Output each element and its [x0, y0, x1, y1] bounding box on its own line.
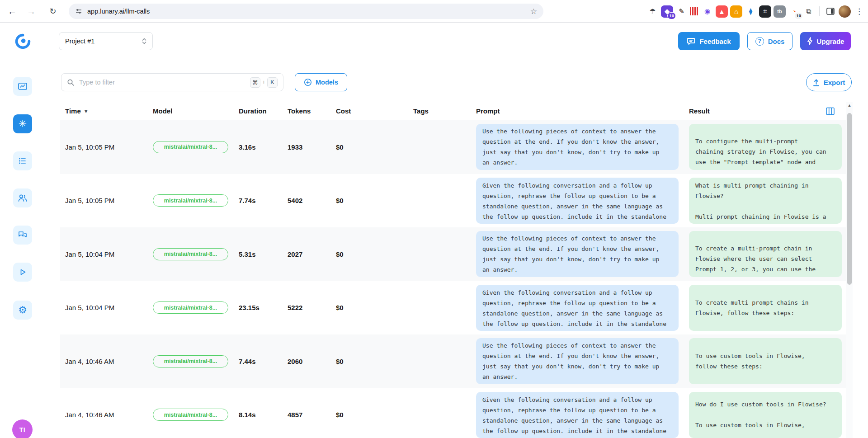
row-tokens: 5402 — [288, 197, 336, 204]
table-row[interactable]: Jan 5, 10:05 PM mistralai/mixtral-8... 7… — [60, 174, 853, 228]
reload-icon[interactable]: ↻ — [45, 4, 61, 19]
browser-toolbar: ← → ↻ app.lunary.ai/llm-calls ☆ ⋮ ☂◆10✎◉… — [0, 0, 868, 23]
models-filter-button[interactable]: Models — [295, 73, 347, 91]
column-header-cost[interactable]: Cost — [336, 107, 413, 115]
table-row[interactable]: Jan 5, 10:04 PM mistralai/mixtral-8... 5… — [60, 227, 853, 281]
pin-extension-icon[interactable]: ⧫ — [745, 5, 757, 18]
row-duration: 7.74s — [239, 197, 288, 204]
site-info-icon[interactable] — [75, 8, 82, 15]
cmd-key: ⌘ — [250, 77, 260, 88]
llm-icon: ✳ — [19, 119, 27, 129]
model-badge[interactable]: mistralai/mixtral-8... — [153, 355, 228, 367]
stack-extension-icon-badge: 10 — [668, 13, 675, 19]
address-bar[interactable]: app.lunary.ai/llm-calls ☆ — [69, 4, 543, 19]
table-body: Jan 5, 10:05 PM mistralai/mixtral-8... 3… — [60, 120, 853, 438]
table-row[interactable]: Jan 4, 10:46 AM mistralai/mixtral-8... 8… — [60, 388, 853, 438]
sort-chevron-icon: ▼ — [84, 108, 89, 114]
row-duration: 8.14s — [239, 411, 288, 419]
tb-extension-icon[interactable]: tb — [774, 5, 786, 18]
column-header-prompt[interactable]: Prompt — [476, 107, 689, 115]
forward-icon[interactable]: → — [24, 4, 39, 19]
side-panel-icon[interactable] — [824, 5, 836, 18]
extensions-puzzle-icon[interactable]: ⧉ — [802, 5, 815, 18]
column-header-tokens[interactable]: Tokens — [288, 107, 336, 115]
upgrade-button[interactable]: Upgrade — [800, 32, 851, 50]
result-box[interactable]: How do I use custom tools in Flowise? To… — [689, 392, 842, 438]
scrollbar-up-icon[interactable]: ▲ — [846, 102, 853, 109]
umbrella-extension-icon[interactable]: ☂ — [646, 5, 659, 18]
lens-extension-icon[interactable]: ◉ — [701, 5, 713, 18]
result-box[interactable]: To configure the multi-prompt chaining s… — [689, 124, 842, 170]
result-box[interactable]: To create a multi-prompt chain in Flowis… — [689, 231, 842, 277]
wifi-extension-icon-badge: 10 — [795, 13, 802, 19]
model-badge[interactable]: mistralai/mixtral-8... — [153, 301, 228, 314]
scrollbar-thumb[interactable] — [847, 113, 852, 285]
result-box[interactable]: To create multi prompt chains in Flowise… — [689, 285, 842, 331]
sidebar-item-llm-calls[interactable]: ✳ — [13, 114, 32, 133]
column-header-time[interactable]: Time▼ — [65, 107, 153, 115]
project-selector[interactable]: Project #1 — [59, 32, 153, 50]
extensions-row: ⋮ ☂◆10✎◉▲⌂⧫⌗tb◔10⧉ — [646, 3, 865, 19]
main-content: Type to filter ⌘ + K Models Export Time▼… — [45, 56, 868, 438]
row-cost: $0 — [336, 143, 413, 151]
analytics-icon — [17, 81, 28, 92]
feedback-button[interactable]: Feedback — [678, 32, 740, 50]
model-badge[interactable]: mistralai/mixtral-8... — [153, 141, 228, 153]
profile-avatar[interactable] — [839, 5, 851, 18]
sidebar-item-feedback-chats[interactable] — [13, 226, 32, 245]
back-icon[interactable]: ← — [5, 4, 20, 19]
wifi-extension-icon[interactable]: ◔10 — [788, 5, 800, 18]
column-header-duration[interactable]: Duration — [239, 107, 288, 115]
chrome-menu-icon[interactable]: ⋮ — [853, 5, 865, 18]
prompt-box[interactable]: Use the following pieces of context to a… — [476, 124, 679, 170]
result-box[interactable]: What is multi prompt chaining in Flowise… — [689, 178, 842, 224]
project-name: Project #1 — [65, 38, 94, 45]
sidebar-item-evaluations[interactable] — [13, 263, 32, 282]
rocket-extension-icon[interactable]: ▲ — [716, 5, 728, 18]
row-time: Jan 5, 10:05 PM — [65, 143, 153, 151]
model-badge[interactable]: mistralai/mixtral-8... — [153, 194, 228, 207]
sidebar-item-users[interactable] — [13, 188, 32, 207]
toolbar-divider — [819, 6, 820, 16]
result-box[interactable]: To use custom tools in Flowise, follow t… — [689, 338, 842, 384]
sidebar-item-traces[interactable] — [13, 151, 32, 170]
columns-settings-icon[interactable] — [826, 107, 835, 115]
page: ← → ↻ app.lunary.ai/llm-calls ☆ ⋮ ☂◆10✎◉… — [0, 0, 868, 438]
prompt-box[interactable]: Use the following pieces of context to a… — [476, 231, 679, 277]
prompt-box[interactable]: Use the following pieces of context to a… — [476, 338, 679, 384]
prompt-box[interactable]: Given the following conversation and a f… — [476, 285, 679, 331]
row-duration: 23.15s — [239, 304, 288, 311]
filter-search-input[interactable]: Type to filter ⌘ + K — [61, 73, 283, 91]
table-row[interactable]: Jan 5, 10:05 PM mistralai/mixtral-8... 3… — [60, 120, 853, 174]
table-row[interactable]: Jan 5, 10:04 PM mistralai/mixtral-8... 2… — [60, 281, 853, 335]
prompt-box[interactable]: Given the following conversation and a f… — [476, 392, 679, 438]
pattern-extension-icon[interactable]: ⌗ — [759, 5, 771, 18]
bookmark-star-icon[interactable]: ☆ — [530, 7, 537, 16]
sidebar-item-settings[interactable]: ⚙ — [13, 301, 32, 320]
prompt-box[interactable]: Given the following conversation and a f… — [476, 178, 679, 224]
table-row[interactable]: Jan 4, 10:46 AM mistralai/mixtral-8... 7… — [60, 334, 853, 388]
lunary-logo[interactable] — [14, 33, 31, 50]
lightning-icon — [807, 37, 813, 45]
user-avatar[interactable]: TI — [12, 419, 33, 438]
column-header-tags[interactable]: Tags — [413, 107, 476, 115]
export-label: Export — [824, 79, 845, 86]
export-button[interactable]: Export — [806, 73, 852, 91]
eyedropper-extension-icon[interactable]: ✎ — [675, 5, 688, 18]
k-key: K — [267, 77, 278, 88]
table-scrollbar[interactable]: ▲ — [846, 102, 853, 438]
search-placeholder: Type to filter — [79, 79, 250, 86]
models-label: Models — [316, 79, 338, 86]
row-tokens: 2060 — [288, 358, 336, 365]
docs-button[interactable]: ? Docs — [747, 32, 793, 50]
column-header-model[interactable]: Model — [153, 107, 239, 115]
stack-extension-icon[interactable]: ◆10 — [661, 5, 673, 18]
row-cost: $0 — [336, 358, 413, 365]
home-extension-icon[interactable]: ⌂ — [730, 5, 742, 18]
sidebar-item-analytics[interactable] — [13, 77, 32, 96]
play-icon — [17, 267, 28, 278]
export-upload-icon — [813, 79, 820, 86]
model-badge[interactable]: mistralai/mixtral-8... — [153, 248, 228, 260]
model-badge[interactable]: mistralai/mixtral-8... — [153, 409, 228, 421]
equalizer-extension-icon[interactable] — [690, 7, 699, 15]
